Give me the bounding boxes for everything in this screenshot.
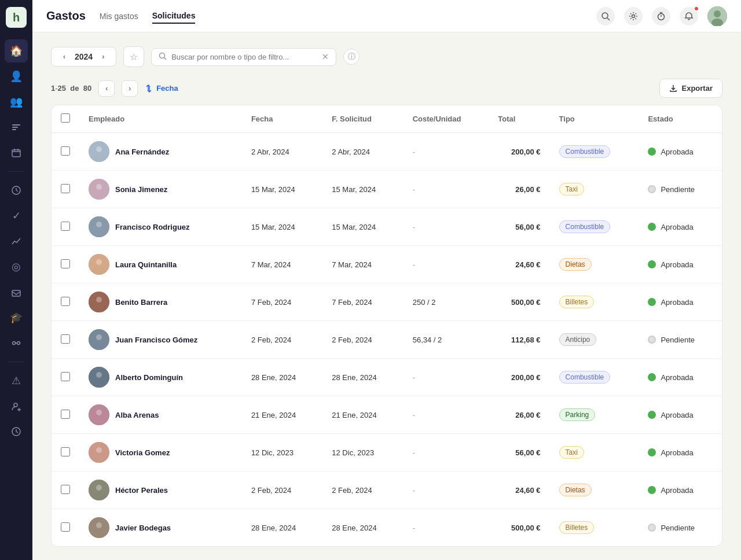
employee-avatar	[89, 216, 109, 237]
status-label: Aprobada	[661, 148, 693, 156]
select-all-checkbox[interactable]	[61, 113, 70, 123]
status-label: Aprobada	[661, 411, 693, 419]
page-title: Gastos	[46, 9, 86, 23]
svg-point-57	[96, 372, 102, 378]
info-button[interactable]: ⓘ	[343, 49, 360, 65]
tipo-badge: Dietas	[559, 484, 592, 496]
svg-line-19	[607, 18, 610, 20]
total-cell: 56,00 €	[489, 434, 549, 471]
status-cell: Aprobada	[648, 411, 713, 419]
status-cell: Aprobada	[648, 486, 713, 495]
tipo-badge: Anticipo	[559, 333, 597, 346]
status-label: Aprobada	[661, 373, 693, 382]
tipo-badge: Combustible	[559, 371, 611, 384]
row-checkbox[interactable]	[61, 259, 70, 268]
search-clear-button[interactable]: ✕	[322, 52, 329, 61]
sidebar-item-inbox[interactable]	[5, 281, 28, 304]
coste-unidad-cell: 56,34 / 2	[403, 321, 489, 359]
total-cell: 26,00 €	[489, 396, 549, 434]
fecha-cell: 15 Mar, 2024	[242, 208, 322, 246]
sidebar-item-history[interactable]	[5, 420, 28, 443]
row-checkbox[interactable]	[61, 485, 70, 494]
row-checkbox[interactable]	[61, 184, 70, 193]
tipo-cell: Taxi	[550, 434, 639, 471]
sidebar-item-home[interactable]: 🏠	[5, 39, 28, 62]
f-solicitud-cell: 2 Abr, 2024	[322, 133, 403, 171]
export-button[interactable]: Exportar	[659, 79, 722, 98]
employee-name: Alberto Dominguín	[115, 373, 183, 382]
employee-cell: Javier Bodegas	[89, 517, 233, 538]
year-prev-button[interactable]: ‹	[58, 51, 70, 62]
sidebar-item-goals[interactable]: ◎	[5, 255, 28, 278]
coste-unidad-cell: -	[403, 208, 489, 246]
settings-button[interactable]	[624, 7, 643, 25]
employee-avatar	[89, 442, 109, 463]
tipo-cell: Anticipo	[550, 321, 639, 359]
prev-page-button[interactable]: ‹	[98, 80, 115, 97]
timer-button[interactable]	[652, 7, 670, 25]
estado-cell: Pendiente	[639, 321, 722, 359]
total-cell: 56,00 €	[489, 208, 549, 246]
svg-point-53	[96, 334, 102, 340]
row-checkbox[interactable]	[61, 297, 70, 306]
tipo-cell: Parking	[550, 396, 639, 434]
employee-avatar	[89, 254, 109, 275]
filter-bar: ‹ 2024 › ☆ ✕ ⓘ	[51, 46, 722, 67]
svg-rect-2	[12, 129, 16, 130]
col-fecha: Fecha	[242, 105, 322, 133]
user-avatar[interactable]	[707, 6, 727, 26]
sidebar-item-time[interactable]	[5, 179, 28, 202]
year-next-button[interactable]: ›	[97, 51, 109, 62]
row-checkbox[interactable]	[61, 447, 70, 456]
sort-by-date-button[interactable]: Fecha	[145, 84, 178, 93]
sidebar-item-users[interactable]: 👥	[5, 90, 28, 113]
sidebar-item-analytics[interactable]	[5, 230, 28, 253]
col-empleado: Empleado	[79, 105, 242, 133]
estado-cell: Aprobada	[639, 396, 722, 434]
employee-avatar	[89, 480, 109, 500]
status-dot	[648, 373, 656, 381]
f-solicitud-cell: 12 Dic, 2023	[322, 434, 403, 471]
row-checkbox[interactable]	[61, 222, 70, 231]
sidebar-item-tasks[interactable]: ✓	[5, 204, 28, 227]
tipo-cell: Combustible	[550, 359, 639, 396]
sidebar-item-integrations[interactable]	[5, 331, 28, 355]
sidebar-item-calendar[interactable]	[5, 141, 28, 164]
favorite-button[interactable]: ☆	[123, 46, 144, 67]
row-checkbox[interactable]	[61, 522, 70, 532]
app-logo[interactable]: h	[6, 7, 27, 28]
nav-mis-gastos[interactable]: Mis gastos	[100, 9, 138, 23]
status-label: Aprobada	[661, 298, 693, 307]
employee-avatar	[89, 404, 109, 425]
sidebar-item-training[interactable]: 🎓	[5, 306, 28, 329]
status-dot	[648, 486, 656, 494]
sidebar-item-reports[interactable]	[5, 116, 28, 139]
row-checkbox[interactable]	[61, 410, 70, 419]
employee-name: Benito Barrera	[115, 298, 167, 307]
sidebar-item-alerts[interactable]: ⚠	[5, 369, 28, 392]
row-checkbox[interactable]	[61, 372, 70, 381]
tipo-cell: Billetes	[550, 509, 639, 547]
fecha-cell: 12 Dic, 2023	[242, 434, 322, 471]
search-input[interactable]	[171, 53, 317, 61]
next-page-button[interactable]: ›	[122, 80, 138, 97]
status-cell: Aprobada	[648, 373, 713, 382]
nav-solicitudes[interactable]: Solicitudes	[152, 9, 196, 24]
sidebar-item-add-user[interactable]	[5, 395, 28, 418]
notifications-button[interactable]	[680, 7, 698, 25]
search-button[interactable]	[596, 7, 615, 25]
main-content: Gastos Mis gastos Solicitudes	[32, 0, 741, 560]
tipo-badge: Combustible	[559, 145, 611, 158]
svg-point-61	[96, 410, 102, 415]
coste-unidad-cell: -	[403, 171, 489, 208]
employee-avatar	[89, 329, 109, 350]
f-solicitud-cell: 21 Ene, 2024	[322, 396, 403, 434]
row-checkbox[interactable]	[61, 334, 70, 344]
sidebar-item-profile[interactable]: 👤	[5, 65, 28, 88]
f-solicitud-cell: 28 Ene, 2024	[322, 359, 403, 396]
row-checkbox[interactable]	[61, 146, 70, 156]
svg-point-65	[96, 447, 102, 453]
coste-unidad-cell: 250 / 2	[403, 283, 489, 321]
col-total: Total	[489, 105, 549, 133]
table-controls: 1-25 de 80 ‹ › Fecha Exportar	[51, 79, 722, 98]
